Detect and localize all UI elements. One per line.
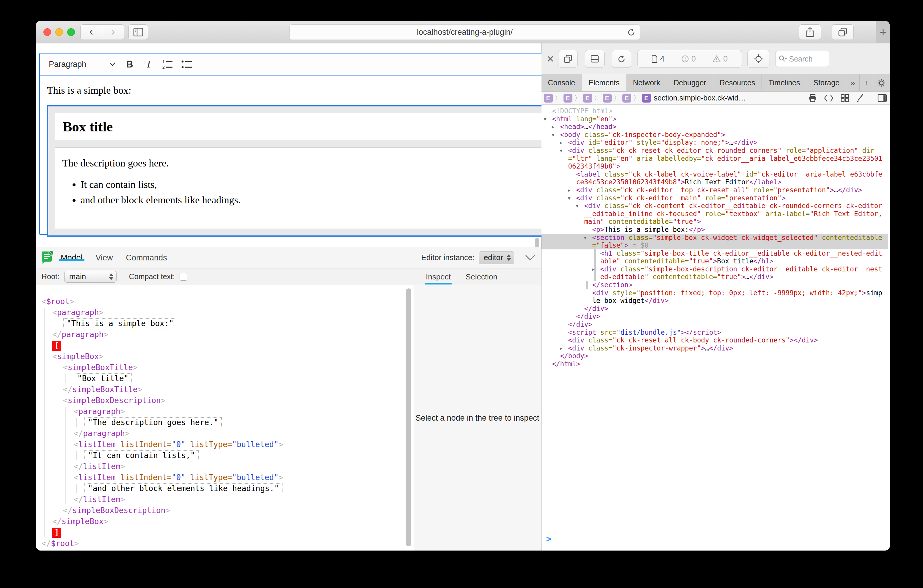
dom-node-line[interactable]: <div style="position: fixed; top: 0px; l… [542,289,889,305]
disclosure-open-icon[interactable]: ▼ [544,115,547,123]
tab-overview-button[interactable] [832,25,854,40]
issue-counters[interactable]: 4 0 0 [637,50,742,68]
share-button[interactable] [799,25,821,40]
disclosure-closed-icon[interactable]: ▶ [592,266,595,273]
console-prompt[interactable]: > [542,527,890,550]
breadcrumb-element-icon[interactable]: E [544,94,553,103]
model-tree-row[interactable]: </simpleBoxTitle> [36,384,405,395]
devtools-tab-timelines[interactable]: Timelines [762,74,807,91]
dom-node-line[interactable]: </section> [542,281,889,289]
back-button[interactable]: ‹ [80,25,102,40]
breadcrumb-element-icon[interactable]: E [583,94,592,103]
dom-node-line[interactable]: </html> [542,360,889,368]
dom-node-line[interactable]: <!DOCTYPE html> [542,107,889,115]
dom-node-line[interactable]: ▼<body class="ck-inspector-body-expanded… [542,131,889,139]
dom-node-line[interactable]: ▼<section class="simple-box ck-widget ck… [542,234,889,250]
model-tree-row[interactable]: <simpleBoxDescription> [36,395,405,406]
dom-node-line[interactable]: <div class="ck ck-reset_all ck-body ck-r… [542,336,889,344]
model-tree-row[interactable]: <listItem listIndent="0" listType="bulle… [36,472,405,483]
search-input[interactable] [789,55,819,63]
italic-button[interactable]: I [139,56,158,73]
disclosure-open-icon[interactable]: ▼ [584,234,587,242]
dom-node-line[interactable]: </body> [542,352,889,360]
dom-node-line[interactable]: </div> [542,305,889,313]
breadcrumb-element-icon[interactable]: E [603,94,612,103]
collapse-inspector-button[interactable] [525,255,535,261]
add-devtools-tab-button[interactable]: + [860,74,873,91]
reload-page-button[interactable] [612,50,631,68]
dom-node-line[interactable]: ▶<div id="editor" style="display: none;"… [542,138,889,146]
tree-scrollbar[interactable] [406,288,411,546]
print-icon[interactable] [808,94,817,102]
dom-node-line[interactable]: ▶<div class="ck-inspector-wrapper">…</di… [542,344,889,352]
dom-node-line[interactable]: <label class="ck ck-label ck-voice-label… [542,170,889,186]
dom-node-line[interactable]: <script src="dist/bundle.js"></script> [542,328,889,337]
model-tree-row[interactable]: "and other block elements like headings.… [36,483,405,494]
element-picker-button[interactable] [747,50,770,68]
inspector-tab-commands[interactable]: Commands [126,253,167,262]
model-tree-row[interactable]: <paragraph> [36,307,405,318]
dom-node-line[interactable]: <h1 class="simple-box-title ck-editor__e… [542,250,889,265]
model-tree-row[interactable]: </simpleBoxDescription> [36,505,405,516]
model-tree-row[interactable]: </$root> [36,538,405,549]
dock-side-button[interactable] [585,50,604,68]
close-window-button[interactable] [43,28,51,36]
minimize-window-button[interactable] [55,28,63,36]
breadcrumb-element-icon[interactable]: E [563,94,572,103]
disclosure-closed-icon[interactable]: ▶ [568,186,571,194]
close-devtools-button[interactable] [544,52,557,66]
devtools-tab-console[interactable]: Console [542,74,582,91]
model-tree-row[interactable]: <$root> [36,296,405,307]
model-tree-row[interactable]: </paragraph> [36,329,405,340]
dom-node-line[interactable]: </div> [542,312,889,320]
simple-box-description[interactable]: The description goes here. It can contai… [55,148,579,229]
side-tab-selection[interactable]: Selection [466,268,498,285]
model-text-node[interactable]: "This is a simple box:" [63,319,177,329]
breadcrumb-element-icon[interactable]: E [642,94,651,103]
model-text-node[interactable]: "The description goes here." [84,417,222,429]
dom-node-line[interactable]: ▼<div class="ck ck-reset ck-editor ck-ro… [542,146,889,170]
model-tree-row[interactable]: <listItem listIndent="0" listType="bulle… [36,439,405,450]
simple-box-widget[interactable]: Box title The description goes here. It … [47,105,587,237]
dom-node-line[interactable]: </div> [542,320,889,328]
disclosure-open-icon[interactable]: ▼ [560,147,563,155]
forward-button[interactable]: › [102,25,124,40]
bold-button[interactable]: B [120,56,139,73]
sidebar-button[interactable] [128,25,148,40]
disclosure-open-icon[interactable]: ▼ [576,202,579,210]
breadcrumb-element-icon[interactable]: E [622,94,631,103]
model-tree-row[interactable]: </paragraph> [36,428,405,439]
model-tree-row[interactable]: "This is a simple box:" [36,318,405,329]
disclosure-open-icon[interactable]: ▼ [552,131,555,139]
bulleted-list-button[interactable] [177,56,196,73]
devtools-settings-button[interactable] [873,74,890,91]
disclosure-closed-icon[interactable]: ▶ [560,345,563,353]
devtools-tab-network[interactable]: Network [626,74,667,91]
dom-node-line[interactable]: ▶<div class="ck ck-editor__top ck-reset_… [542,186,889,194]
devtools-tab-elements[interactable]: Elements [582,74,626,91]
grid-icon[interactable] [840,94,849,103]
model-tree-row[interactable]: </listItem> [36,494,405,505]
simple-box-title[interactable]: Box title [55,113,579,140]
model-tree-row[interactable]: [ [36,340,405,351]
devtools-tab-debugger[interactable]: Debugger [667,74,713,91]
model-tree-row[interactable]: ] [36,527,405,538]
model-tree-row[interactable]: "Box title" [36,373,405,384]
new-tab-button[interactable]: + [876,21,890,43]
disclosure-open-icon[interactable]: ▼ [568,194,571,202]
devtools-tab-storage[interactable]: Storage [807,74,847,91]
inspector-tab-view[interactable]: View [96,253,113,262]
editor-instance-select[interactable]: editor [479,251,514,264]
address-bar[interactable]: localhost/creating-a-plugin/ [289,25,640,40]
devtools-tab-resources[interactable]: Resources [713,74,762,91]
model-tree-row[interactable]: <simpleBox> [36,351,405,362]
model-tree-row[interactable]: "The description goes here." [36,417,405,428]
model-tree-row[interactable]: "It can contain lists," [36,450,405,461]
code-brackets-icon[interactable] [824,94,834,102]
numbered-list-button[interactable]: 12 [158,56,177,73]
zoom-window-button[interactable] [67,28,75,36]
disclosure-closed-icon[interactable]: ▶ [560,139,563,147]
detach-devtools-button[interactable] [558,50,578,68]
devtools-search[interactable] [775,51,829,67]
reload-button[interactable] [627,28,636,37]
